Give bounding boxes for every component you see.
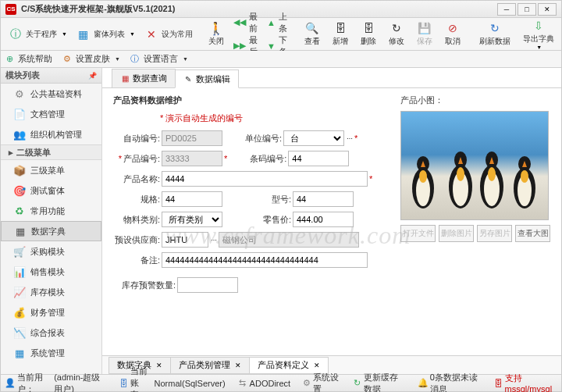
auto-id-label: 自动编号:: [113, 133, 160, 144]
status-pending[interactable]: ↻更新缓存数据: [354, 372, 406, 393]
supplier-label: 预设供应商:: [113, 234, 160, 246]
sidebar-item-docs[interactable]: 📄文档管理: [1, 104, 101, 124]
auto-id-input: [162, 130, 222, 146]
sidebar-item-system[interactable]: ▦系统管理: [1, 343, 101, 363]
cancel-button[interactable]: ⊘取消: [439, 20, 467, 48]
sidebar-item-basic[interactable]: ⚙公共基础资料: [1, 84, 101, 104]
sidebar-sec2-header[interactable]: ▸二级菜单: [1, 144, 101, 160]
help-icon: ⊕: [4, 54, 15, 65]
sidebar-item-dict[interactable]: ▦数据字典: [1, 221, 101, 241]
sys-icon: ▦: [13, 347, 26, 359]
refresh-button[interactable]: ↻刷新数据: [473, 20, 517, 48]
db-del-icon: 🗄: [361, 21, 375, 35]
sidebar-item-purchase[interactable]: 🛒采购模块: [1, 241, 101, 262]
about-button[interactable]: ⓘ关于程序▼: [4, 26, 72, 43]
search-icon: 🔍: [305, 21, 319, 35]
tab-query[interactable]: ▦数据查询: [112, 69, 176, 87]
window-list-button[interactable]: ▦窗体列表▼: [72, 26, 140, 43]
app-icon: CS: [5, 4, 16, 15]
gear-icon: ⚙: [13, 87, 26, 100]
save-icon: 💾: [418, 21, 432, 35]
content-tabs: ▦数据查询 ✎数据编辑: [102, 68, 561, 88]
status-support: 🗄支持mssql/mysql: [494, 372, 557, 392]
bell-icon: 🔔: [418, 379, 428, 388]
stock-input[interactable]: [177, 277, 238, 293]
minimize-button[interactable]: ─: [497, 3, 516, 16]
close-label[interactable]: 关闭: [208, 36, 224, 47]
stock-label: 库存预警数量:: [113, 280, 176, 291]
sidebar-item-finance[interactable]: 💰财务管理: [1, 302, 101, 323]
status-syscfg[interactable]: ⚙系统设置: [303, 372, 341, 393]
form-area: 产品资料数据维护 * 演示自动生成的编号 自动编号: 单位编号:台⋯* 产品编号…: [113, 94, 391, 349]
delete-button[interactable]: 🗄删除: [354, 20, 382, 48]
svg-point-11: [488, 167, 496, 181]
set-common-button[interactable]: ✕设为常用: [140, 26, 197, 43]
spec-input[interactable]: [162, 191, 222, 207]
statusbar: 👤当前用户：(admin-超级用户) 🗄当前账套：Normal(SqlServe…: [1, 374, 561, 391]
info-icon: ⓘ: [9, 27, 23, 41]
refresh-icon: ↻: [354, 379, 361, 388]
sidebar: 模块列表📌 ⚙公共基础资料 📄文档管理 👥组织机构管理 ▸二级菜单 📦三级菜单 …: [1, 68, 102, 374]
money-icon: 💰: [13, 306, 26, 319]
price-input[interactable]: [293, 212, 354, 227]
sidebar-item-stock[interactable]: 📈库存模块: [1, 282, 101, 302]
unit-select[interactable]: 台: [283, 130, 344, 146]
view-button[interactable]: 🔍查看: [298, 20, 326, 48]
sidebar-item-level3[interactable]: 📦三级菜单: [1, 160, 101, 180]
model-input[interactable]: [293, 191, 354, 207]
saveas-image-button[interactable]: 另存图片: [477, 225, 512, 242]
remark-input[interactable]: [162, 252, 368, 268]
close-window-button[interactable]: ✕: [538, 3, 557, 16]
sidebar-item-org[interactable]: 👥组织机构管理: [1, 124, 101, 144]
supplier-name-input: [219, 232, 359, 248]
tools-icon: ✕: [144, 27, 158, 41]
close-icon[interactable]: 🚶: [209, 21, 223, 35]
report-icon: 📉: [13, 326, 26, 339]
mat-label: 物料类别:: [113, 214, 160, 226]
close-icon[interactable]: ✕: [235, 362, 241, 369]
sidebar-header: 模块列表📌: [1, 68, 101, 84]
form-title: 产品资料数据维护: [113, 94, 391, 106]
skin-icon: ⚙: [62, 54, 73, 65]
save-button[interactable]: 💾保存: [411, 20, 439, 48]
status-ado[interactable]: ⇆ADODirect: [238, 379, 291, 388]
cart-icon: 🛒: [13, 245, 26, 258]
sidebar-item-report[interactable]: 📉综合报表: [1, 323, 101, 343]
open-file-button[interactable]: 打开文件: [400, 225, 436, 242]
remark-label: 备注:: [113, 255, 160, 266]
pin-icon[interactable]: 📌: [88, 72, 97, 80]
stock-icon: 📈: [13, 286, 26, 298]
view-image-button[interactable]: 查看大图: [515, 225, 550, 242]
add-button[interactable]: 🗄新增: [326, 20, 354, 48]
sidebar-item-sales[interactable]: 📊销售模块: [1, 262, 101, 282]
tab-edit[interactable]: ✎数据编辑: [175, 69, 239, 88]
close-icon[interactable]: ✕: [314, 362, 320, 369]
barcode-input[interactable]: [288, 151, 349, 166]
syshelp-button[interactable]: ⊕系统帮助: [4, 53, 52, 65]
status-account: 🗄当前账套：Normal(SqlServer): [119, 365, 225, 392]
status-user: 👤当前用户：(admin-超级用户): [5, 372, 107, 393]
edit-button[interactable]: ↻修改: [382, 20, 411, 48]
sidebar-item-test[interactable]: 🎯测试窗体: [1, 180, 101, 201]
supplier-code-input[interactable]: [162, 232, 208, 248]
maximize-button[interactable]: □: [518, 3, 536, 16]
svg-point-15: [521, 170, 528, 183]
prod-name-input[interactable]: [162, 171, 368, 187]
lang-icon: ⓘ: [130, 54, 140, 65]
prod-name-label: 产品名称:: [113, 173, 160, 185]
skin-button[interactable]: ⚙设置皮肤▼: [62, 53, 120, 65]
edit-icon: ↻: [389, 21, 404, 35]
export-button[interactable]: ⇩导出字典▼: [517, 17, 560, 52]
up-button[interactable]: ▲上条: [267, 11, 287, 34]
link-icon: ⇆: [238, 379, 247, 388]
status-unread[interactable]: 🔔0条数据未读消息: [418, 372, 482, 393]
prod-id-input[interactable]: [162, 151, 222, 166]
query-icon: ▦: [120, 74, 130, 84]
delete-image-button[interactable]: 删除图片: [439, 225, 474, 242]
lang-button[interactable]: ⓘ设置语言▼: [130, 53, 188, 65]
cancel-icon: ⊘: [446, 21, 460, 35]
svg-point-3: [419, 170, 427, 183]
first-button[interactable]: ◀◀最前: [233, 11, 258, 34]
mat-select[interactable]: 所有类别: [162, 212, 222, 227]
sidebar-item-common[interactable]: ♻常用功能: [1, 201, 101, 221]
